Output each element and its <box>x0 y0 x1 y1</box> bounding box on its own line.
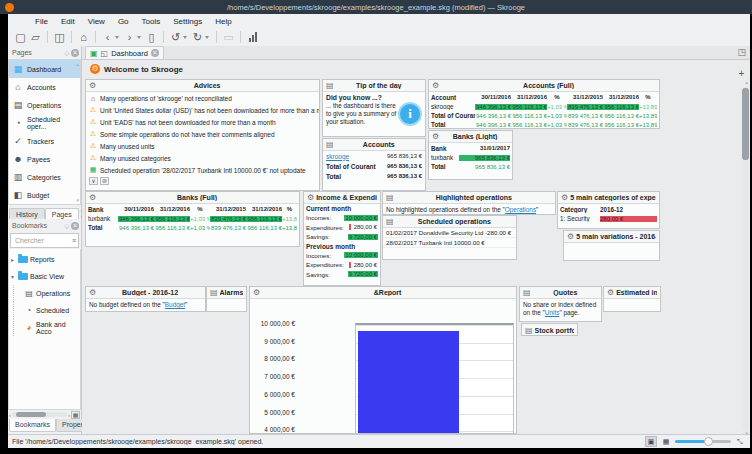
close-panel-icon[interactable]: × <box>71 222 79 230</box>
expander-collapsed-icon[interactable]: ▸ <box>9 256 16 263</box>
menu-go[interactable]: Go <box>118 17 129 26</box>
skip-advice-icon[interactable]: ⊘ <box>100 177 109 185</box>
tab-dashboard[interactable]: ▣ ◱ Dashboard × <box>85 46 164 59</box>
bookmark-page-icon[interactable]: ▯ <box>144 30 159 45</box>
zoom-original-icon[interactable]: ▦ <box>660 436 672 447</box>
widget-header[interactable]: ⚙ Banks (Full) <box>86 192 299 204</box>
scheduled-operation-row[interactable]: 01/02/2017 Donaldville Security Ltd -280… <box>383 228 516 238</box>
widget-settings-icon[interactable]: ⚙ <box>89 192 96 203</box>
widget-header[interactable]: ⚙ Budget - 2016-12 <box>86 287 205 299</box>
advice-item[interactable]: ⌂Many operations of 'skrooge' not reconc… <box>86 92 319 104</box>
widget-settings-icon[interactable]: ▤ <box>326 80 334 91</box>
widget-settings-icon[interactable]: ⚙ <box>567 231 574 242</box>
widget-settings-icon[interactable]: ⚙ <box>89 80 96 91</box>
sidebar-item-operations[interactable]: ▤ Operations <box>9 96 80 114</box>
menu-help[interactable]: Help <box>215 17 231 26</box>
sidebar-item-budget[interactable]: ◧ Budget <box>9 186 80 204</box>
sidebar-item-trackers[interactable]: ✓ Trackers <box>9 132 80 150</box>
widget-header[interactable]: ⚙ Accounts (Full) <box>429 80 659 92</box>
titlebar[interactable]: /home/s/Developpements/skrooge/examples/… <box>0 0 752 14</box>
widget-header[interactable]: ▤ Quotes <box>520 287 601 299</box>
sidebar-item-scheduled[interactable]: ◔ Scheduled oper... <box>9 114 80 132</box>
forward-dropdown-caret[interactable] <box>137 36 141 39</box>
expand-icon[interactable]: ⤡ <box>734 436 746 447</box>
widget-header[interactable]: ▤ Scheduled operations <box>383 216 516 228</box>
scroll-left-icon[interactable]: ‹ <box>9 412 11 418</box>
advice-item[interactable]: ⚠Many unused categories <box>86 152 319 164</box>
widget-settings-icon[interactable]: ▤ <box>386 192 394 203</box>
expander-expanded-icon[interactable]: ▾ <box>9 273 16 280</box>
float-panel-icon[interactable]: ◇ <box>64 222 69 229</box>
go-back-icon[interactable]: ‹ <box>100 30 115 45</box>
widget-settings-icon[interactable]: ▤ <box>210 287 218 298</box>
menu-edit[interactable]: Edit <box>61 17 75 26</box>
operations-page-link[interactable]: Operations <box>505 206 536 213</box>
widget-settings-icon[interactable]: ⚙ <box>432 131 439 142</box>
open-file-icon[interactable]: ▱ <box>28 30 43 45</box>
scroll-up-icon[interactable]: ▴ <box>745 79 748 85</box>
tree-item-operations[interactable]: ▤ Operations <box>9 285 80 302</box>
sidebar-item-dashboard[interactable]: ▦ Dashboard <box>9 60 80 78</box>
advice-item[interactable]: ⚠Many unused units <box>86 140 319 152</box>
report-chart-icon[interactable] <box>249 32 257 42</box>
scroll-down-icon[interactable]: ▾ <box>745 430 748 434</box>
widget-header[interactable]: ▤ Tip of the day <box>323 80 425 92</box>
tree-item-scheduled[interactable]: ◔ Scheduled <box>9 302 80 319</box>
sidebar-item-accounts[interactable]: ⌂ Accounts <box>9 78 80 96</box>
widget-header[interactable]: ▤ Alarms <box>207 287 246 299</box>
search-options-icon[interactable]: ≡ <box>72 237 76 244</box>
menu-tools[interactable]: Tools <box>142 17 161 26</box>
tree-horizontal-scrollbar[interactable]: ‹ › ▦ <box>8 410 81 419</box>
scrollbar-thumb[interactable] <box>16 412 46 417</box>
menu-view[interactable]: View <box>88 17 105 26</box>
tab-bookmarks[interactable]: Bookmarks <box>9 419 56 432</box>
widget-settings-icon[interactable]: ⚙ <box>607 287 614 298</box>
redo-dropdown-caret[interactable] <box>205 36 209 39</box>
widget-settings-icon[interactable]: ▤ <box>326 139 334 150</box>
widget-header[interactable]: ▤ Stock portfolio <box>522 324 577 336</box>
pin-tab-icon[interactable]: ▣ <box>90 49 98 58</box>
sidebar-item-payees[interactable]: ☻ Payees <box>9 150 80 168</box>
redo-icon[interactable]: ↻ <box>190 30 205 45</box>
tree-item-basic-view[interactable]: ▾ Basic View <box>9 268 80 285</box>
add-widget-button[interactable]: + <box>736 68 747 79</box>
advice-item[interactable]: ⚠Unit 'EADS' has not been downloaded for… <box>86 116 319 128</box>
scroll-down-icon[interactable]: ▾ <box>76 197 79 203</box>
dismiss-advice-icon[interactable]: ∨ <box>89 177 98 185</box>
units-page-link[interactable]: Units <box>545 309 560 316</box>
widget-settings-icon[interactable]: ⚙ <box>307 192 314 203</box>
advice-item[interactable]: ⚠Unit 'United States dollar (USD)' has n… <box>86 104 319 116</box>
menu-settings[interactable]: Settings <box>173 17 202 26</box>
dashboard-vertical-scrollbar[interactable] <box>742 86 749 431</box>
float-panel-icon[interactable]: ◇ <box>64 49 69 56</box>
widget-header[interactable]: ⚙ Income & Expenditure <box>304 192 380 204</box>
tab-history[interactable]: History <box>9 208 45 219</box>
close-tab-icon[interactable]: × <box>151 49 159 57</box>
account-link[interactable]: skrooge <box>326 153 349 160</box>
bookmarks-search-input[interactable]: Chercher ≡ <box>10 233 79 248</box>
undo-icon[interactable]: ↺ <box>168 30 183 45</box>
zoom-slider-thumb[interactable] <box>704 437 713 446</box>
widget-header[interactable]: ▤ Accounts <box>323 139 425 151</box>
close-panel-icon[interactable]: × <box>71 49 79 57</box>
widget-settings-icon[interactable]: ⚙ <box>432 80 439 91</box>
go-forward-icon[interactable]: › <box>122 30 137 45</box>
budget-page-link[interactable]: Budget <box>165 301 185 308</box>
tree-item-reports[interactable]: ▸ Reports <box>9 251 80 268</box>
sidebar-item-categories[interactable]: ▥ Categories <box>9 168 80 186</box>
widget-settings-icon[interactable]: ⚙ <box>561 192 568 203</box>
zoom-fit-icon[interactable]: ▣ <box>645 436 657 447</box>
widget-header[interactable]: ⚙ Estimated interest <box>604 287 660 299</box>
scroll-up-icon[interactable]: ▴ <box>76 61 79 67</box>
widget-settings-icon[interactable]: ▤ <box>523 287 531 298</box>
widget-header[interactable]: ▤ Highlighted operations <box>383 192 555 204</box>
tree-item-bank-and-accounts[interactable]: ◕ Bank and Acco <box>9 319 80 336</box>
undo-dropdown-caret[interactable] <box>183 36 187 39</box>
scrollbar-track[interactable] <box>12 412 67 417</box>
scroll-right-icon[interactable]: › <box>68 412 70 418</box>
tree-options-icon[interactable]: ▦ <box>71 411 80 419</box>
widget-header[interactable]: ⚙ 5 main categories of expenditure <box>558 192 659 204</box>
back-dropdown-caret[interactable] <box>115 36 119 39</box>
widget-header[interactable]: ⚙ Advices <box>86 80 319 92</box>
copy-tab-icon[interactable]: ◱ <box>101 49 109 58</box>
